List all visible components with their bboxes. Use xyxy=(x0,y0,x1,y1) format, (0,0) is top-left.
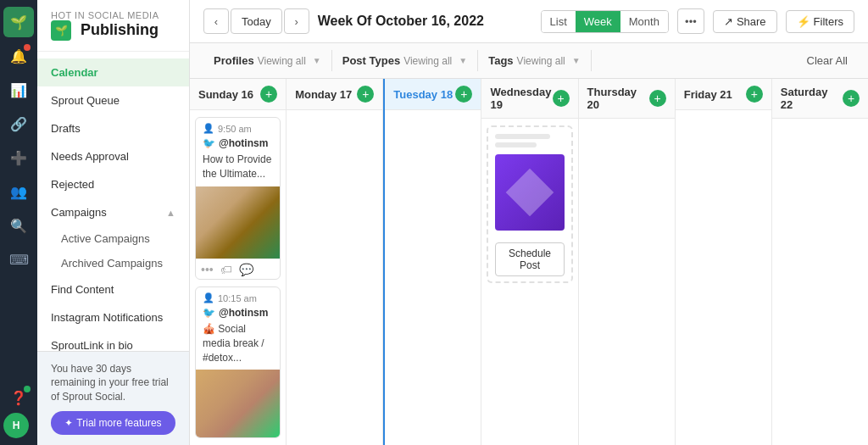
post-types-arrow: ▼ xyxy=(459,56,467,65)
friday-add-button[interactable]: + xyxy=(746,86,763,103)
day-friday: Friday 21 + xyxy=(676,79,772,445)
help-dot xyxy=(24,386,31,392)
post-image-bg xyxy=(196,186,280,259)
rail-notifications[interactable]: 🔔 xyxy=(3,41,34,71)
wednesday-add-button[interactable]: + xyxy=(553,90,570,107)
sidebar-footer: You have 30 days remaining in your free … xyxy=(37,351,189,445)
share-icon: ↗ xyxy=(724,15,733,28)
schedule-lines xyxy=(495,134,564,147)
wednesday-label: Wednesday 19 xyxy=(490,86,552,111)
rail-logo[interactable]: 🌱 xyxy=(3,7,34,37)
sidebar-item-sprout-queue[interactable]: Sprout Queue xyxy=(37,86,189,114)
sidebar-item-calendar[interactable]: Calendar xyxy=(37,58,189,86)
saturday-add-button[interactable]: + xyxy=(843,90,860,107)
sidebar-item-instagram-notifications[interactable]: Instagram Notifications xyxy=(37,303,189,331)
week-view-button[interactable]: Week xyxy=(576,11,620,32)
rail-link[interactable]: 🔗 xyxy=(3,108,34,139)
sidebar-item-find-content[interactable]: Find Content xyxy=(37,275,189,303)
schedule-post-card[interactable]: Schedule Post xyxy=(487,125,572,283)
tuesday-add-button[interactable]: + xyxy=(455,86,472,103)
month-view-button[interactable]: Month xyxy=(620,11,668,32)
post-2-text: 🎪 Social media break / #detox... xyxy=(196,322,280,370)
week-title: Week Of October 16, 2022 xyxy=(318,14,532,29)
sidebar-item-rejected[interactable]: Rejected xyxy=(37,170,189,198)
schedule-line-1 xyxy=(495,134,550,139)
post-card-2[interactable]: 👤 10:15 am 🐦 @hotinsm 🎪 Social media bre… xyxy=(195,286,281,438)
thursday-add-button[interactable]: + xyxy=(649,90,666,107)
post-time: 👤 9:50 am xyxy=(196,118,280,136)
more-options-button[interactable]: ••• xyxy=(677,8,704,34)
sidebar-item-needs-approval[interactable]: Needs Approval xyxy=(37,142,189,170)
tuesday-label: Tuesday 18 xyxy=(393,88,453,101)
sidebar-campaigns-toggle[interactable]: Campaigns ▲ xyxy=(37,198,189,226)
sidebar-brand: Hot in Social Media xyxy=(51,10,175,20)
sidebar-item-sproutlink[interactable]: SproutLink in bio xyxy=(37,331,189,351)
rail-add[interactable]: ➕ xyxy=(3,142,34,173)
saturday-body xyxy=(772,119,868,445)
sidebar-active-campaigns[interactable]: Active Campaigns xyxy=(37,226,189,251)
share-button[interactable]: ↗ Share xyxy=(713,10,777,33)
calendar: Sunday 16 + 👤 9:50 am 🐦 @hotinsm xyxy=(190,79,868,445)
today-button[interactable]: Today xyxy=(231,8,282,34)
campaigns-arrow: ▲ xyxy=(166,208,175,218)
day-thursday: Thursday 20 + xyxy=(579,79,676,445)
twitter-icon: 🐦 xyxy=(203,137,215,149)
rail-reports[interactable]: 📊 xyxy=(3,75,34,105)
saturday-header: Saturday 22 + xyxy=(772,79,868,119)
schedule-post-button[interactable]: Schedule Post xyxy=(495,242,564,276)
day-tuesday: Tuesday 18 + xyxy=(383,79,481,445)
post-image xyxy=(196,186,280,259)
post-types-filter[interactable]: Post Types Viewing all ▼ xyxy=(332,50,478,71)
profiles-filter[interactable]: Profiles Viewing all ▼ xyxy=(203,50,332,71)
day-saturday: Saturday 22 + xyxy=(772,79,868,445)
keyboard-icon: ⌨ xyxy=(9,252,29,268)
saturday-label: Saturday 22 xyxy=(781,86,843,111)
sidebar-item-drafts[interactable]: Drafts xyxy=(37,114,189,142)
tags-arrow: ▼ xyxy=(572,56,581,65)
sunday-header: Sunday 16 + xyxy=(190,79,286,110)
post-profile: 🐦 @hotinsm xyxy=(196,136,280,153)
rail-keyboard[interactable]: ⌨ xyxy=(3,244,34,275)
prev-week-button[interactable]: ‹ xyxy=(203,8,229,34)
user-avatar[interactable]: H xyxy=(3,413,29,438)
sunday-label: Sunday 16 xyxy=(198,88,253,101)
toolbar: ‹ Today › Week Of October 16, 2022 List … xyxy=(190,0,868,43)
list-view-button[interactable]: List xyxy=(542,11,576,32)
rail-search[interactable]: 🔍 xyxy=(3,210,34,241)
filters-button[interactable]: ⚡ Filters xyxy=(786,10,854,33)
post-footer: ••• 🏷 💬 xyxy=(196,259,280,280)
more-action[interactable]: ••• xyxy=(201,263,214,276)
trial-notice: You have 30 days remaining in your free … xyxy=(51,362,175,404)
post-2-image xyxy=(196,370,280,437)
sidebar-archived-campaigns[interactable]: Archived Campaigns xyxy=(37,251,189,275)
day-monday: Monday 17 + xyxy=(287,79,383,445)
post-card[interactable]: 👤 9:50 am 🐦 @hotinsm How to Provide the … xyxy=(195,117,281,280)
friday-header: Friday 21 + xyxy=(676,79,771,110)
brand-icon: 🌱 xyxy=(51,20,71,41)
post-2-image-bg xyxy=(196,370,280,437)
day-wednesday: Wednesday 19 + xyxy=(481,79,578,445)
rail-group[interactable]: 👥 xyxy=(3,176,34,207)
post-text: How to Provide the Ultimate... xyxy=(196,153,280,186)
comment-action[interactable]: 💬 xyxy=(239,263,253,276)
monday-add-button[interactable]: + xyxy=(357,86,374,103)
friday-label: Friday 21 xyxy=(684,88,732,101)
schedule-line-2 xyxy=(495,142,537,147)
tags-filter[interactable]: Tags Viewing all ▼ xyxy=(478,50,591,71)
tag-action[interactable]: 🏷 xyxy=(220,263,232,276)
sunday-body: 👤 9:50 am 🐦 @hotinsm How to Provide the … xyxy=(190,110,286,445)
next-week-button[interactable]: › xyxy=(284,8,309,34)
link-icon: 🔗 xyxy=(10,116,27,132)
profiles-arrow: ▼ xyxy=(313,56,321,65)
diamond-shape xyxy=(506,169,554,217)
sidebar-title: 🌱 Publishing xyxy=(51,20,175,41)
sunday-add-button[interactable]: + xyxy=(260,86,277,103)
rail-help[interactable]: ❓ xyxy=(3,382,34,413)
wednesday-body: Schedule Post xyxy=(481,119,577,445)
twitter-icon-2: 🐦 xyxy=(203,307,215,319)
sidebar-nav: Calendar Sprout Queue Drafts Needs Appro… xyxy=(37,52,189,351)
post-2-time: 👤 10:15 am xyxy=(196,287,280,305)
trial-button[interactable]: ✦ Trial more features xyxy=(51,411,175,435)
clear-all-button[interactable]: Clear All xyxy=(800,50,854,71)
group-icon: 👥 xyxy=(10,184,27,200)
